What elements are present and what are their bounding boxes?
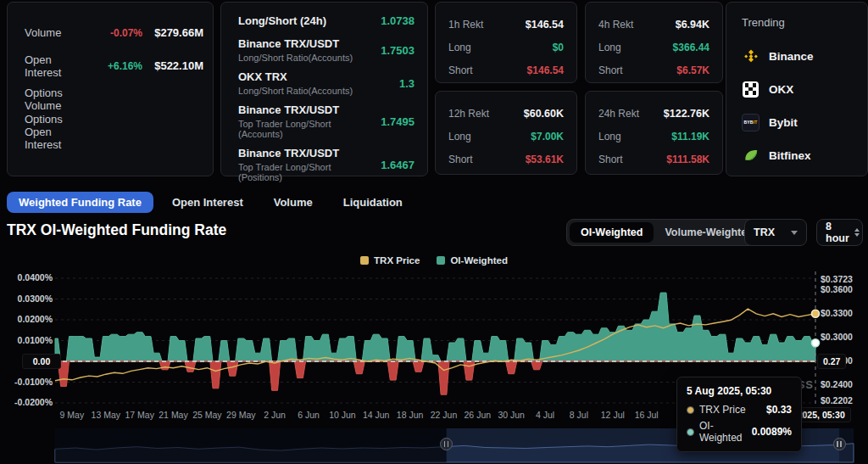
spinner-icon [854,228,860,237]
stat-value: $279.66M [142,26,203,39]
ls-subtitle: Long/Short Ratio(Accounts) [238,53,376,63]
axis-tick-label: 16 Jul [635,410,659,420]
rekt-long-label: Long [598,131,671,143]
axis-tick-label: 30 Jun [498,410,525,420]
axis-tick-label: $0.2202 [821,395,853,405]
weighting-segmented-control: OI-Weighted Volume-Weighted [566,219,768,246]
chevron-down-icon [791,231,798,235]
interval-select-value: 8 hour [826,221,849,244]
interval-select[interactable]: 8 hour [816,219,863,246]
oi-weighted-dot-icon [687,428,694,436]
stat-row-options-open-interest: Options Open Interest [25,115,203,148]
rekt-total: $6.94K [676,19,709,31]
bybit-icon: BYBIT [742,114,760,131]
rekt-long-value: $0 [553,42,564,53]
axis-tick-label: 14 Jun [363,410,390,420]
rekt-short-value: $146.54 [527,64,564,76]
binance-icon [742,48,760,65]
rekt-total: $146.54 [526,19,564,31]
rekt-short-label: Short [598,154,666,165]
rekt-title: 4h Rekt [598,19,676,31]
trending-item-okx[interactable]: OKX [742,76,867,102]
symbol-select-value: TRX [754,226,775,238]
navigator-right-handle-icon[interactable] [833,438,846,450]
rekt-short-label: Short [448,154,526,165]
ls-value: 1.3 [399,77,415,90]
ls-title: Binance TRX/USDT [238,147,376,159]
axis-tick-label: 26 Jun [465,410,492,420]
stat-change: +6.16% [90,60,142,72]
trending-name: Bitfinex [769,149,811,162]
stat-label: Open Interest [25,53,90,79]
rekt-title: 12h Rekt [448,108,524,120]
ls-title: OKX TRX [238,70,394,83]
axis-tick-label: $0.3600 [821,284,853,294]
tab-volume[interactable]: Volume [274,192,313,213]
axis-tick-label: 17 May [125,410,153,420]
ls-subtitle: Long/Short Ratio(Accounts) [238,86,394,96]
stat-row-open-interest: Open Interest +6.16% $522.10M [25,49,203,82]
tab-open-interest[interactable]: Open Interest [172,192,243,213]
trending-panel: Trending Binance OKX BYBIT [726,2,868,176]
rekt-long-value: $11.19K [671,131,709,143]
ls-row: OKX TRX Long/Short Ratio(Accounts) 1.3 [238,70,415,96]
tab-liquidation[interactable]: Liquidation [343,192,403,213]
ls-value: 1.0738 [381,14,415,27]
stat-value: $522.10M [142,59,203,72]
trending-name: Binance [769,50,814,63]
rekt-short-value: $53.61K [526,154,564,165]
segment-oi-weighted[interactable]: OI-Weighted [570,222,654,243]
axis-tick-label: 0.0100% [0,335,53,345]
rekt-long-value: $7.00K [531,131,564,143]
ls-title: Long/Short (24h) [238,14,376,27]
tab-weighted-funding-rate[interactable]: Weighted Funding Rate [7,192,153,213]
axis-tick-label: 21 May [159,410,187,420]
funding-rate-chart[interactable]: 0.0400%0.0300%0.0200%0.0100%-0.0100%-0.0… [0,254,868,428]
tooltip-row: OI-Weighted 0.0089% [687,420,792,444]
long-short-panel: Long/Short (24h) 1.0738 Binance TRX/USDT… [220,2,428,176]
crosshair-price-chip: 0.27 [817,354,846,369]
stat-label: Volume [25,26,90,39]
rekt-long-label: Long [598,42,673,53]
crosshair-zero-chip: 0.00 [22,354,61,369]
rekt-long-label: Long [448,42,553,53]
chart-tabs: Weighted Funding Rate Open Interest Volu… [7,191,433,213]
page-title: TRX OI-Weighted Funding Rate [7,221,226,239]
bitfinex-leaf-icon [742,147,760,165]
axis-tick-label: 0.0400% [0,272,53,282]
rekt-short-label: Short [598,64,676,76]
ls-subtitle: Top Trader Long/Short (Positions) [238,162,376,182]
axis-tick-label: $0.3000 [821,332,853,342]
navigator-left-handle-icon[interactable] [440,438,453,450]
axis-tick-label: 13 May [92,410,120,420]
stat-row-volume: Volume -0.07% $279.66M [25,16,203,49]
chart-tooltip: 5 Aug 2025, 05:30 TRX Price $0.33 OI-Wei… [676,377,802,452]
trending-item-bybit[interactable]: BYBIT Bybit [742,109,867,135]
rekt-total: $60.60K [524,108,564,120]
tooltip-value: $0.33 [766,404,792,416]
rekt-short-value: $111.58K [666,154,709,165]
trending-item-bitfinex[interactable]: Bitfinex [742,143,867,168]
rekt-short-label: Short [448,64,527,76]
stat-change: -0.07% [90,27,142,39]
rekt-cards-grid: 1h Rekt$146.54 Long$0 Short$146.54 4h Re… [435,2,723,176]
rekt-title: 1h Rekt [448,19,526,31]
symbol-select[interactable]: TRX [744,219,807,246]
rekt-long-value: $366.44 [673,42,709,53]
axis-tick-label: 4 Jul [536,410,554,420]
axis-tick-label: -0.0200% [0,397,53,407]
stat-label: Options Open Interest [25,113,90,151]
axis-tick-label: 0.0200% [0,314,53,324]
rekt-card-12h: 12h Rekt$60.60K Long$7.00K Short$53.61K [435,91,577,175]
ls-row: Binance TRX/USDT Long/Short Ratio(Accoun… [238,37,415,63]
ls-title: Binance TRX/USDT [238,103,376,116]
axis-tick-label: 0.0300% [0,293,53,304]
coinglass-funding-dashboard: Volume -0.07% $279.66M Open Interest +6.… [0,0,868,464]
axis-tick-label: $0.2400 [821,379,853,389]
okx-icon [742,81,760,98]
axis-tick-label: 8 Jul [570,410,588,420]
trending-name: Bybit [769,116,798,129]
axis-tick-label: 9 May [60,410,85,420]
trending-item-binance[interactable]: Binance [742,43,867,69]
tooltip-value: 0.0089% [752,426,792,438]
